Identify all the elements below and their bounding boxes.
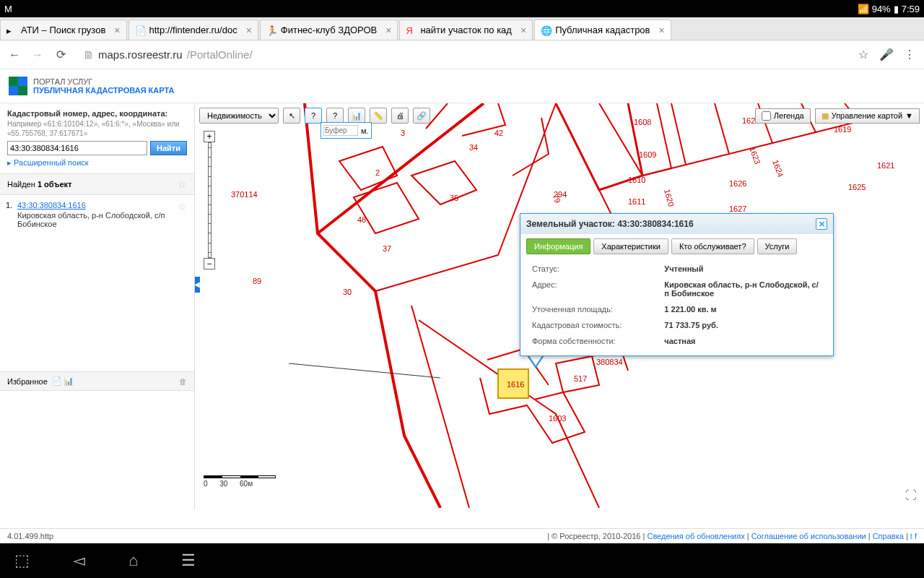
svg-line-1 [289,363,440,378]
info-table: Статус:Учтенный Адрес:Кировская область,… [529,260,824,350]
clock: 7:59 [902,4,920,14]
svg-text:3: 3 [401,129,405,137]
buffer-input[interactable] [323,125,358,136]
close-icon[interactable]: × [110,25,120,36]
recent-button[interactable]: ☰ [181,551,196,570]
search-input[interactable] [7,141,147,155]
forward-button[interactable]: → [30,48,45,62]
dropdown-icon[interactable]: ▸ [7,158,12,167]
favicon: 🏃 [266,25,276,35]
version: 4.01.499.http [7,532,53,540]
tab-rosreestr[interactable]: 🌐Публичная кадастров× [534,20,671,40]
browser-tabs: ▸АТИ – Поиск грузов× 📄http://fintender.r… [0,17,924,40]
tab-ati[interactable]: ▸АТИ – Поиск грузов× [0,20,127,40]
advanced-search-link[interactable]: Расширенный поиск [14,158,89,167]
favicon: Я [406,25,416,35]
zoom-slider[interactable] [208,142,212,258]
tab-info[interactable]: Информация [526,238,590,254]
svg-text:1623: 1623 [748,146,762,165]
twitter-icon[interactable]: t [910,532,912,540]
popup-pointer [527,355,544,368]
trash-icon[interactable]: 🗑 [179,377,187,386]
svg-text:2: 2 [375,168,380,177]
reload-button[interactable]: ⟳ [53,48,68,62]
sidebar: Кадастровый номер, адрес, координата: На… [0,103,195,509]
signal-icon: 📶 [858,4,869,14]
tab-characteristics[interactable]: Характеристики [593,238,668,254]
export-word-icon[interactable]: 📄 [52,376,62,386]
url-bar: ← → ⟳ 🗎 maps.rosreestr.ru/PortalOnline/ … [0,40,924,69]
tab-yandex[interactable]: Янайти участок по кад× [399,20,533,40]
footer-link-help[interactable]: Справка [873,532,904,540]
footer: 4.01.499.http | © Росреестр, 2010-2016 |… [0,528,924,543]
star-icon[interactable]: ☆ [178,201,187,212]
mic-icon[interactable]: 🎤 [879,48,894,62]
tab-fitness[interactable]: 🏃Фитнес-клуб ЗДОРОВ× [260,20,398,40]
result-link[interactable]: 43:30:380834:1616 [17,201,86,210]
svg-text:35: 35 [450,194,458,202]
tab-service[interactable]: Кто обслуживает? [671,238,754,254]
url-input[interactable]: 🗎 maps.rosreestr.ru/PortalOnline/ [77,44,847,66]
close-icon[interactable]: × [516,25,526,36]
svg-text:1624: 1624 [771,159,785,178]
map-viewport[interactable]: ◀ Недвижимость ↖ ? ? 📊 📏 🖨 🔗 Легенда ▦Уп… [195,103,924,509]
result-item[interactable]: 1. 43:30:380834:1616 ☆ Кировская область… [0,195,194,234]
export-excel-icon[interactable]: 📊 [64,376,74,386]
favicon: 📄 [135,25,145,35]
close-icon[interactable]: × [242,25,252,36]
logo-icon [9,77,27,95]
footer-link-agreement[interactable]: Соглашение об использовании [751,532,866,540]
fullscreen-icon[interactable]: ⛶ [905,489,917,502]
grid-icon: ▦ [821,111,829,121]
svg-text:1616: 1616 [507,380,524,389]
back-button[interactable]: ← [7,48,22,62]
scale-bar: 0 30 60м [204,475,276,488]
svg-text:1620: 1620 [663,188,676,207]
tab-fintender[interactable]: 📄http://fintender.ru/doc× [128,20,258,40]
star-icon[interactable]: ☆ [856,48,871,62]
star-icon[interactable]: ☆ [178,178,187,190]
info-popup: Земельный участок: 43:30:380834:1616 ✕ И… [520,213,834,356]
back-button[interactable]: ◅ [73,551,85,570]
svg-text:1621: 1621 [877,161,894,170]
results-header: Найден 1 объект ☆ [0,174,194,195]
ruler-tool[interactable]: 📏 [370,108,387,124]
facebook-icon[interactable]: f [915,532,917,540]
search-hint: Например «61:6:10104:12», «61:6:*», «Мос… [7,119,187,138]
help-tool[interactable]: ? [326,108,344,124]
legend-toggle[interactable]: Легенда [755,108,811,124]
print-tool[interactable]: 🖨 [391,108,409,124]
buffer-control[interactable]: м. [321,122,372,139]
footer-link-updates[interactable]: Сведения об обновлениях [647,532,744,540]
tab-services[interactable]: Услуги [757,238,798,254]
zoom-in-button[interactable]: + [204,131,215,142]
zoom-out-button[interactable]: − [204,258,215,269]
site-header: ПОРТАЛ УСЛУГ ПУБЛИЧНАЯ КАДАСТРОВАЯ КАРТА [0,69,924,103]
svg-text:1610: 1610 [628,176,645,184]
menu-icon[interactable]: ⋮ [902,48,917,62]
link-tool[interactable]: 🔗 [413,108,430,124]
close-icon[interactable]: × [381,25,391,36]
search-button[interactable]: Найти [150,141,187,155]
zoom-control: + − [204,131,215,269]
close-icon[interactable]: × [655,25,665,36]
svg-text:34: 34 [469,143,478,152]
battery-icon: ▮ [894,4,899,14]
svg-text:37: 37 [383,244,391,253]
manage-map-button[interactable]: ▦Управление картой▼ [815,108,920,124]
svg-text:1603: 1603 [549,414,566,423]
close-icon[interactable]: ✕ [816,218,827,230]
home-button[interactable]: ⌂ [128,551,138,570]
header-subtitle: ПОРТАЛ УСЛУГ [33,77,174,86]
svg-text:30: 30 [343,288,352,296]
cursor-tool[interactable]: ↖ [283,108,300,124]
favicon: ▸ [6,25,17,35]
layer-select[interactable]: Недвижимость [199,108,279,124]
favorites-header: Избранное 📄 📊 🗑 [0,371,194,391]
svg-text:1625: 1625 [848,183,866,191]
screenshot-button[interactable]: ⬚ [14,551,30,570]
district-label: 370114 [231,190,258,199]
collapse-sidebar-button[interactable]: ◀ [195,277,200,293]
measure-tool[interactable]: 📊 [348,108,365,124]
identify-tool[interactable]: ? [305,108,322,124]
